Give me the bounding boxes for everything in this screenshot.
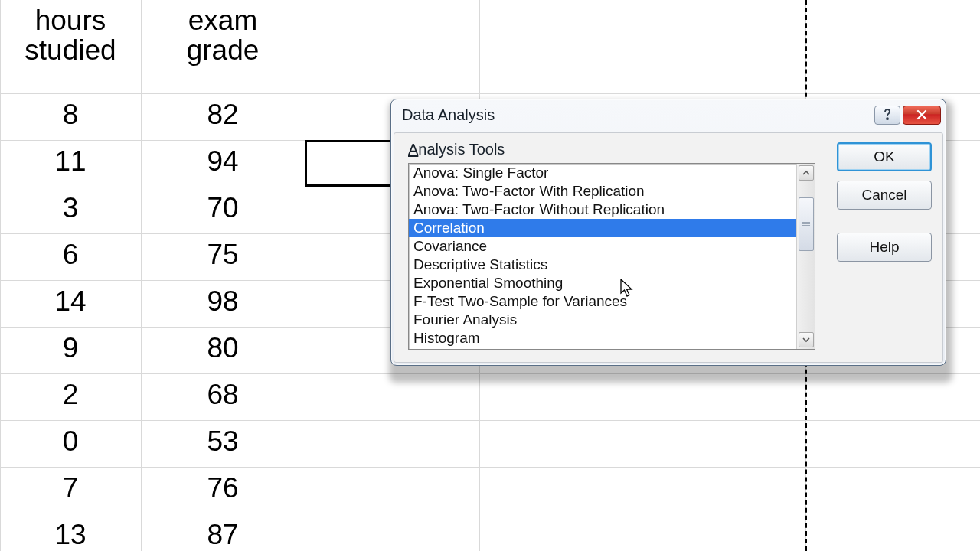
- analysis-tool-item[interactable]: Fourier Analysis: [409, 311, 798, 329]
- analysis-tools-listbox[interactable]: Anova: Single FactorAnova: Two-Factor Wi…: [408, 163, 815, 350]
- cell-grade[interactable]: 68: [141, 380, 305, 410]
- cell-hours[interactable]: 0: [0, 427, 141, 457]
- dialog-close-button[interactable]: [903, 106, 941, 125]
- analysis-tool-item[interactable]: Anova: Two-Factor With Replication: [409, 182, 798, 201]
- listbox-scrollbar[interactable]: [796, 164, 815, 349]
- header-exam-grade[interactable]: exam grade: [141, 6, 305, 66]
- dialog-help-icon-button[interactable]: [874, 106, 900, 125]
- header-hours-studied[interactable]: hours studied: [0, 6, 141, 66]
- cell-hours[interactable]: 2: [0, 380, 141, 410]
- cell-hours[interactable]: 7: [0, 474, 141, 504]
- analysis-tool-item[interactable]: Anova: Two-Factor Without Replication: [409, 201, 798, 219]
- dialog-title: Data Analysis: [402, 106, 872, 124]
- analysis-tools-label: Analysis Tools: [408, 141, 823, 158]
- analysis-tool-item[interactable]: Covariance: [409, 237, 798, 256]
- cell-grade[interactable]: 53: [141, 427, 305, 457]
- cell-grade[interactable]: 87: [141, 520, 305, 550]
- analysis-tool-item[interactable]: Anova: Single Factor: [409, 164, 798, 182]
- cell-hours[interactable]: 11: [0, 147, 141, 177]
- cell-grade[interactable]: 82: [141, 100, 305, 130]
- ok-button[interactable]: OK: [837, 142, 932, 171]
- analysis-tool-item[interactable]: Descriptive Statistics: [409, 256, 798, 274]
- scroll-thumb[interactable]: [799, 197, 814, 251]
- help-button[interactable]: Help: [837, 233, 932, 262]
- cell-grade[interactable]: 76: [141, 474, 305, 504]
- cell-hours[interactable]: 6: [0, 240, 141, 270]
- close-icon: [916, 109, 927, 120]
- question-icon: [882, 109, 893, 121]
- cancel-button[interactable]: Cancel: [837, 181, 932, 210]
- cell-hours[interactable]: 14: [0, 287, 141, 317]
- scroll-down-button[interactable]: [799, 332, 814, 347]
- analysis-tool-item[interactable]: Correlation: [409, 219, 798, 237]
- analysis-tool-item[interactable]: F-Test Two-Sample for Variances: [409, 292, 798, 311]
- cell-grade[interactable]: 80: [141, 334, 305, 364]
- cell-hours[interactable]: 9: [0, 334, 141, 364]
- dialog-titlebar[interactable]: Data Analysis: [391, 99, 946, 130]
- cell-grade[interactable]: 75: [141, 240, 305, 270]
- cell-grade[interactable]: 70: [141, 194, 305, 223]
- cell-hours[interactable]: 3: [0, 194, 141, 223]
- scroll-up-button[interactable]: [799, 165, 814, 181]
- analysis-tool-item[interactable]: Exponential Smoothing: [409, 274, 798, 292]
- analysis-tool-item[interactable]: Histogram: [409, 329, 798, 347]
- chevron-up-icon: [802, 170, 810, 176]
- cell-grade[interactable]: 94: [141, 147, 305, 177]
- data-analysis-dialog[interactable]: Data Analysis Analysis Tools Anova: Sing…: [390, 99, 946, 366]
- dialog-body: Analysis Tools Anova: Single FactorAnova…: [394, 132, 943, 363]
- chevron-down-icon: [802, 337, 810, 343]
- cell-grade[interactable]: 98: [141, 287, 305, 317]
- cell-hours[interactable]: 13: [0, 520, 141, 550]
- cell-hours[interactable]: 8: [0, 100, 141, 130]
